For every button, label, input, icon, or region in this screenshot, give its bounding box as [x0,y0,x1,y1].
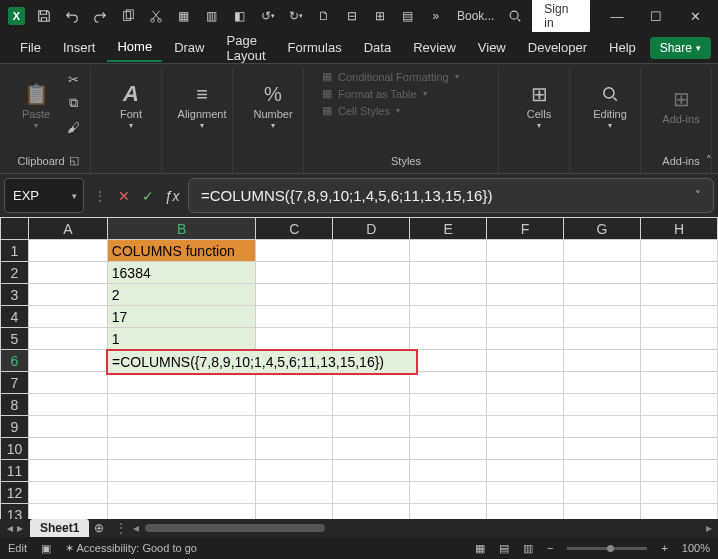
hscroll-thumb[interactable] [145,524,325,532]
sheet-tab-1[interactable]: Sheet1 [30,519,89,537]
qat-btn-5[interactable]: ↻▾ [283,2,309,30]
scroll-left-icon[interactable]: ◂ [133,521,139,535]
statusbar: Edit ▣ ✶ Accessibility: Good to go ▦ ▤ ▥… [0,537,718,559]
tab-insert[interactable]: Insert [53,34,106,61]
qat-btn-1[interactable]: ▦ [171,2,197,30]
cell-B1[interactable]: COLUMNS function [107,240,256,262]
font-button[interactable]: A Font [109,70,153,140]
tab-developer[interactable]: Developer [518,34,597,61]
copy-icon[interactable] [115,2,141,30]
name-box[interactable]: EXP [4,178,84,213]
cut-mini-icon[interactable]: ✂ [64,70,82,88]
view-pagebreak-icon[interactable]: ▥ [523,542,533,555]
tab-view[interactable]: View [468,34,516,61]
document-title[interactable]: Book... [457,9,494,23]
save-icon[interactable] [31,2,57,30]
cut-icon[interactable] [143,2,169,30]
row-header-2[interactable]: 2 [1,262,29,284]
undo-icon[interactable] [59,2,85,30]
row-header-11[interactable]: 11 [1,460,29,482]
search-icon[interactable] [502,2,528,30]
close-button[interactable]: ✕ [677,2,714,30]
cell-B3[interactable]: 2 [107,284,256,306]
minimize-button[interactable]: ― [598,2,635,30]
qat-btn-6[interactable]: 🗋 [311,2,337,30]
formula-bar[interactable]: =COLUMNS({7,8,9,10;1,4,5,6;11,13,15,16})… [188,178,714,213]
formula-text: =COLUMNS({7,8,9,10;1,4,5,6;11,13,15,16}) [201,187,492,204]
row-header-8[interactable]: 8 [1,394,29,416]
col-header-B[interactable]: B [107,218,256,240]
col-header-D[interactable]: D [333,218,410,240]
cells-icon: ⊞ [531,80,548,108]
editing-button[interactable]: Editing [588,70,632,140]
row-header-12[interactable]: 12 [1,482,29,504]
add-sheet-button[interactable]: ⊕ [89,521,109,535]
zoom-level[interactable]: 100% [682,542,710,554]
tab-split-handle[interactable]: ⋮ [115,521,127,535]
enter-icon[interactable]: ✓ [138,188,158,204]
signin-button[interactable]: Sign in [532,0,590,33]
copy-mini-icon[interactable]: ⧉ [64,94,82,112]
tab-formulas[interactable]: Formulas [278,34,352,61]
row-header-9[interactable]: 9 [1,416,29,438]
cell-B4[interactable]: 17 [107,306,256,328]
maximize-button[interactable]: ☐ [638,2,675,30]
number-button[interactable]: % Number [251,70,295,140]
share-button[interactable]: Share [650,37,711,59]
qat-btn-9[interactable]: ▤ [395,2,421,30]
group-editing: Editing [580,68,641,173]
conditional-formatting-button[interactable]: ▦ Conditional Formatting ▾ [322,70,472,83]
cell-B5[interactable]: 1 [107,328,256,350]
col-header-H[interactable]: H [641,218,718,240]
view-pagelayout-icon[interactable]: ▤ [499,542,509,555]
formatpainter-icon[interactable]: 🖌 [64,118,82,136]
select-all-corner[interactable] [1,218,29,240]
qat-overflow-icon[interactable]: » [423,2,449,30]
font-icon: A [123,80,139,108]
qat-btn-7[interactable]: ⊟ [339,2,365,30]
cancel-icon[interactable]: ✕ [114,188,134,204]
col-header-E[interactable]: E [410,218,487,240]
sheet-nav[interactable]: ◂ ▸ [0,521,30,535]
fx-icon[interactable]: ƒx [162,188,182,204]
row-header-5[interactable]: 5 [1,328,29,350]
view-normal-icon[interactable]: ▦ [475,542,485,555]
macro-record-icon[interactable]: ▣ [41,542,51,555]
expand-formula-icon[interactable]: ˅ [695,189,701,202]
tab-home[interactable]: Home [107,33,162,62]
zoom-in-icon[interactable]: + [661,542,667,554]
addins-button[interactable]: ⊞ Add-ins [659,70,703,140]
col-header-A[interactable]: A [28,218,107,240]
row-header-4[interactable]: 4 [1,306,29,328]
dialog-launcher-icon[interactable]: ◱ [69,154,79,167]
row-header-6[interactable]: 6 [1,350,29,372]
redo-icon[interactable] [87,2,113,30]
row-header-7[interactable]: 7 [1,372,29,394]
tab-data[interactable]: Data [354,34,401,61]
styles-label: Styles [391,155,421,167]
paste-button[interactable]: 📋 Paste [14,70,58,140]
cells-button[interactable]: ⊞ Cells [517,70,561,140]
cell-editor[interactable]: =COLUMNS({7,8,9,10;1,4,5,6;11,13,15,16}) [106,349,418,375]
col-header-C[interactable]: C [256,218,333,240]
cell-styles-button[interactable]: ▦ Cell Styles ▾ [322,104,472,117]
tab-page-layout[interactable]: Page Layout [217,27,276,69]
row-header-1[interactable]: 1 [1,240,29,262]
col-header-F[interactable]: F [487,218,564,240]
zoom-slider[interactable] [567,547,647,550]
tab-review[interactable]: Review [403,34,466,61]
row-header-3[interactable]: 3 [1,284,29,306]
tab-file[interactable]: File [10,34,51,61]
alignment-button[interactable]: ≡ Alignment [180,70,224,140]
collapse-ribbon-icon[interactable]: ˄ [706,154,712,167]
tab-help[interactable]: Help [599,34,646,61]
row-header-10[interactable]: 10 [1,438,29,460]
scroll-right-icon[interactable]: ▸ [706,521,712,535]
qat-btn-8[interactable]: ⊞ [367,2,393,30]
format-as-table-button[interactable]: ▦ Format as Table ▾ [322,87,472,100]
accessibility-status[interactable]: ✶ Accessibility: Good to go [65,542,197,555]
col-header-G[interactable]: G [564,218,641,240]
cell-B2[interactable]: 16384 [107,262,256,284]
tab-draw[interactable]: Draw [164,34,214,61]
zoom-out-icon[interactable]: − [547,542,553,554]
